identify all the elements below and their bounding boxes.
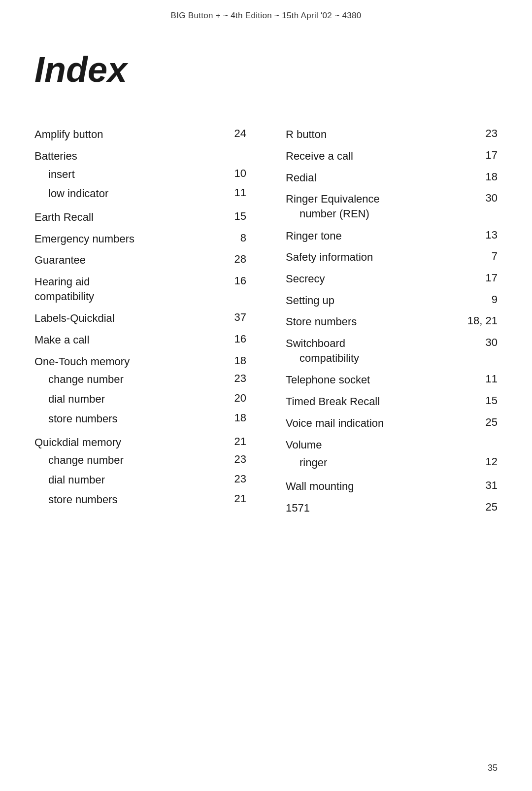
entry-label: Timed Break Recall xyxy=(286,394,468,409)
entry-page: 12 xyxy=(468,455,498,470)
entry-label: Switchboardcompatibility xyxy=(286,336,468,365)
list-item: change number 23 xyxy=(34,370,246,389)
list-item: Setting up 9 xyxy=(286,290,498,311)
index-content: Amplify button 24 Batteries insert 10 lo… xyxy=(0,124,532,518)
entry-page: 21 xyxy=(217,435,246,448)
entry-page: 23 xyxy=(217,473,246,487)
entry-label: Make a call xyxy=(34,333,217,347)
list-item: Earth Recall 15 xyxy=(34,206,246,228)
entry-label: Guarantee xyxy=(34,253,217,268)
entry-label: Store numbers xyxy=(286,314,467,329)
entry-page: 18 xyxy=(217,412,246,426)
entry-page: 23 xyxy=(217,453,246,468)
entry-page: 37 xyxy=(217,311,246,324)
entry-page: 28 xyxy=(217,253,246,266)
header-text: BIG Button + ~ 4th Edition ~ 15th April … xyxy=(171,11,362,20)
entry-label: Batteries xyxy=(34,149,217,164)
list-item: Receive a call 17 xyxy=(286,145,498,167)
list-item: One-Touch memory 18 change number 23 dia… xyxy=(34,351,246,429)
entry-label: Emergency numbers xyxy=(34,232,217,246)
entry-label: Ringer tone xyxy=(286,229,468,243)
entry-page: 11 xyxy=(217,186,246,201)
entry-page: 23 xyxy=(468,127,498,140)
entry-label: Volume xyxy=(286,438,468,452)
list-item: dial number 20 xyxy=(34,389,246,409)
entry-label: change number xyxy=(34,372,217,387)
list-item: Ringer tone 13 xyxy=(286,225,498,247)
list-item: dial number 23 xyxy=(34,470,246,490)
list-item: Timed Break Recall 15 xyxy=(286,391,498,413)
page-header: BIG Button + ~ 4th Edition ~ 15th April … xyxy=(0,0,532,21)
list-item: Telephone socket 11 xyxy=(286,369,498,391)
entry-label: store numbers xyxy=(34,492,217,507)
entry-label: Safety information xyxy=(286,250,468,265)
entry-page: 11 xyxy=(468,373,498,385)
entry-page: 18 xyxy=(468,171,498,183)
list-item: Amplify button 24 xyxy=(34,124,246,145)
right-column: R button 23 Receive a call 17 Redial 18 … xyxy=(266,124,498,518)
entry-label: change number xyxy=(34,453,217,468)
entry-label: Voice mail indication xyxy=(286,416,468,431)
entry-label: Receive a call xyxy=(286,149,468,164)
list-item: Volume ringer 12 xyxy=(286,434,498,473)
entry-label: Wall mounting xyxy=(286,479,468,494)
entry-label: store numbers xyxy=(34,412,217,426)
entry-page: 16 xyxy=(217,275,246,287)
entry-page: 7 xyxy=(468,250,498,263)
list-item: Guarantee 28 xyxy=(34,249,246,271)
entry-label: 1571 xyxy=(286,501,468,516)
entry-page: 25 xyxy=(468,501,498,514)
list-item: R button 23 xyxy=(286,124,498,145)
entry-page: 15 xyxy=(468,394,498,407)
entry-label: insert xyxy=(34,167,217,182)
entry-label: Redial xyxy=(286,171,468,185)
entry-label: Amplify button xyxy=(34,127,217,142)
left-column: Amplify button 24 Batteries insert 10 lo… xyxy=(34,124,266,518)
list-item: insert 10 xyxy=(34,165,246,184)
entry-page: 24 xyxy=(217,127,246,140)
list-item: low indicator 11 xyxy=(34,184,246,204)
list-item: Make a call 16 xyxy=(34,329,246,351)
entry-page: 18, 21 xyxy=(467,314,498,327)
list-item: change number 23 xyxy=(34,450,246,470)
entry-label: One-Touch memory xyxy=(34,354,217,369)
entry-page: 8 xyxy=(217,232,246,244)
entry-label: ringer xyxy=(286,455,468,470)
entry-page: 13 xyxy=(468,229,498,241)
entry-page: 10 xyxy=(217,167,246,182)
entry-label: Quickdial memory xyxy=(34,435,217,450)
list-item: Wall mounting 31 xyxy=(286,476,498,497)
entry-page: 31 xyxy=(468,479,498,492)
entry-page: 30 xyxy=(468,336,498,349)
entry-label: Labels-Quickdial xyxy=(34,311,217,326)
list-item: Hearing aidcompatibility 16 xyxy=(34,271,246,305)
entry-label: Setting up xyxy=(286,293,468,308)
list-item: Ringer Equivalencenumber (REN) 30 xyxy=(286,188,498,222)
entry-label: low indicator xyxy=(34,186,217,201)
list-item: store numbers 21 xyxy=(34,490,246,510)
entry-label: Secrecy xyxy=(286,272,468,286)
entry-page: 18 xyxy=(217,354,246,367)
entry-page: 23 xyxy=(217,372,246,387)
entry-page: 20 xyxy=(217,392,246,407)
entry-page: 17 xyxy=(468,149,498,162)
entry-label: dial number xyxy=(34,473,217,487)
entry-page: 25 xyxy=(468,416,498,429)
entry-page: 15 xyxy=(217,210,246,223)
page-title: Index xyxy=(0,21,532,124)
entry-label: Telephone socket xyxy=(286,373,468,387)
entry-label: Earth Recall xyxy=(34,210,217,225)
list-item: Batteries insert 10 low indicator 11 xyxy=(34,145,246,204)
page-number: 35 xyxy=(488,763,498,773)
list-item: store numbers 18 xyxy=(34,409,246,429)
list-item: Secrecy 17 xyxy=(286,268,498,290)
entry-page: 21 xyxy=(217,492,246,507)
entry-label: Hearing aidcompatibility xyxy=(34,275,217,304)
entry-label: Ringer Equivalencenumber (REN) xyxy=(286,192,468,221)
list-item: 1571 25 xyxy=(286,497,498,519)
entry-page: 17 xyxy=(468,272,498,284)
list-item: ringer 12 xyxy=(286,453,498,473)
list-item: Redial 18 xyxy=(286,167,498,189)
entry-page: 9 xyxy=(468,293,498,306)
entry-label: R button xyxy=(286,127,468,142)
